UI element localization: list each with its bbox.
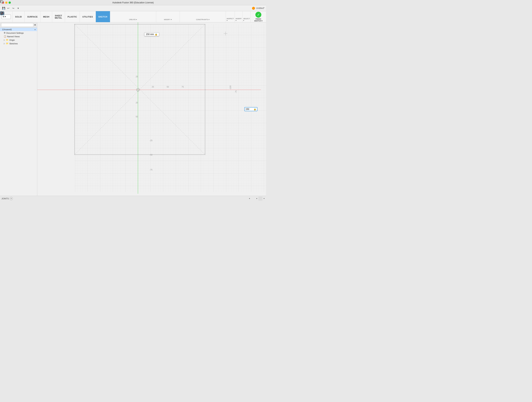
redo-button[interactable]: ↪	[11, 6, 15, 10]
constraint-perpendicular[interactable]	[181, 13, 186, 18]
save-icon: 💾	[2, 7, 5, 10]
sidebar-search-input[interactable]	[1, 23, 33, 27]
project-tool[interactable]	[150, 13, 155, 18]
add-joint-button[interactable]: +	[10, 197, 13, 200]
title-bar: Autodesk Fusion 360 (Education License)	[0, 0, 266, 5]
modify-section: MODIFY ▾	[156, 11, 180, 22]
select-label: SELECT ▾	[243, 18, 250, 21]
svg-text:75: 75	[182, 86, 184, 88]
status-bar: JOINTS +	[0, 196, 266, 201]
visual-style-button[interactable]	[258, 197, 262, 201]
sidebar-search-close[interactable]: ✕	[34, 24, 36, 26]
constraint-equal[interactable]	[192, 13, 197, 18]
origin-toggle: ▷	[4, 39, 5, 41]
pan-button[interactable]	[233, 197, 237, 201]
status-right-icons: ▾ ▾ ▾	[228, 197, 265, 201]
spline-tool[interactable]	[128, 13, 133, 18]
canvas-area[interactable]: 150 mm 🔒	[37, 22, 266, 196]
dim-lock-icon: 🔒	[155, 33, 158, 36]
status-label: JOINTS	[1, 198, 9, 200]
display-mode-button[interactable]	[251, 197, 255, 201]
dimension-input-field[interactable]	[246, 108, 253, 111]
tab-sheet-metal[interactable]: SHEET METAL	[52, 11, 65, 22]
rectangle-tool[interactable]	[116, 13, 122, 18]
inspect-label: INSPECT ▾	[227, 18, 234, 21]
svg-point-48	[138, 89, 138, 90]
inspect-measure[interactable]	[228, 12, 233, 17]
polygon-tool[interactable]	[133, 13, 139, 18]
fillet-tool[interactable]	[168, 13, 173, 18]
dimension-input-box: 🔒	[244, 107, 257, 111]
extend-tool[interactable]	[163, 13, 168, 18]
toolbar-row2: SOLID SURFACE MESH SHEET METAL PLASTIC U…	[0, 11, 266, 22]
sidebar-item-origin[interactable]: ▷ 📁 Origin	[0, 38, 37, 42]
sketch-svg: 25 50 75 -100 -75 25 50 25 -25 -50 -75	[37, 22, 266, 196]
tab-surface[interactable]: SURFACE	[25, 11, 40, 22]
sidebar-item-unsaved[interactable]: (Unsaved) ●	[0, 28, 37, 31]
undo-button[interactable]: ↩	[6, 6, 10, 10]
tab-plastic[interactable]: PLASTIC	[65, 11, 80, 22]
scissors-tool[interactable]	[157, 13, 162, 18]
circle-tool[interactable]	[122, 13, 127, 18]
sketches-label: Sketches	[9, 43, 18, 45]
sidebar-search: ✕	[0, 22, 37, 28]
home-view-button[interactable]	[228, 197, 232, 201]
more-dropdown-button[interactable]: ▾	[16, 6, 20, 10]
create-label: CREATE ▾	[129, 19, 137, 20]
tab-sketch[interactable]: SKETCH	[96, 11, 110, 22]
display-dropdown-icon: ▾	[256, 198, 257, 199]
finish-sketch-label: FINISH SKETCH ▾	[253, 18, 264, 22]
dim-input-lock-icon: 🔒	[253, 108, 256, 111]
named-views-label: Named Views	[7, 35, 20, 38]
insert-label: INSERT ▾	[236, 18, 242, 21]
svg-text:-75: -75	[235, 90, 237, 93]
constraint-rect-array[interactable]	[214, 13, 219, 18]
insert-section: INSERT ▾	[235, 11, 243, 22]
constraints-label: CONSTRAINTS ▾	[196, 19, 209, 20]
tab-utilities[interactable]: UTILITIES	[80, 11, 96, 22]
tab-solid[interactable]: SOLID	[13, 11, 25, 22]
constraint-lock[interactable]	[197, 13, 203, 18]
sidebar-item-named-views[interactable]: 📋 Named Views	[0, 35, 37, 38]
unsaved-dot: ●	[34, 29, 36, 31]
insert-image[interactable]	[236, 12, 241, 17]
chevron-down-icon: ▾	[18, 7, 19, 10]
svg-text:-75: -75	[150, 169, 152, 171]
finish-sketch-button[interactable]: ✓ FINISH SKETCH ▾	[251, 11, 266, 23]
modify-label: MODIFY ▾	[164, 19, 172, 20]
zoom-button[interactable]	[244, 197, 248, 201]
dim-value: 150 mm	[146, 33, 154, 36]
minimize-button[interactable]	[5, 1, 7, 4]
document-title: Untitled*	[256, 7, 265, 10]
doc-settings-icon: ⚙	[4, 32, 6, 34]
doc-settings-label: Document Settings	[6, 32, 24, 34]
svg-rect-41	[75, 24, 266, 192]
constraint-colinear[interactable]	[186, 13, 191, 18]
constraint-tangent[interactable]	[203, 13, 208, 18]
create-section: CREATE ▾	[110, 11, 156, 22]
tab-mesh[interactable]: MESH	[40, 11, 52, 22]
named-views-icon: 📋	[4, 35, 6, 38]
mirror-tool[interactable]	[139, 13, 144, 18]
svg-text:50: 50	[136, 116, 138, 118]
constraint-cut[interactable]	[209, 13, 214, 18]
constraint-trim2[interactable]	[220, 13, 225, 18]
sidebar-item-document-settings[interactable]: ⚙ Document Settings	[0, 31, 37, 35]
tab-group: SOLID SURFACE MESH SHEET METAL PLASTIC U…	[13, 11, 110, 22]
zoom-fit-button[interactable]	[239, 197, 243, 201]
sidebar-item-sketches[interactable]: ▷ 📁 Sketches	[0, 42, 37, 45]
zoom-dropdown-icon: ▾	[249, 198, 250, 199]
offset-tool[interactable]	[145, 13, 150, 18]
finish-check-icon: ✓	[255, 12, 261, 18]
svg-text:25: 25	[152, 86, 154, 88]
dimension-tooltip: 150 mm 🔒	[144, 32, 159, 36]
maximize-button[interactable]	[9, 1, 11, 4]
save-button[interactable]: 💾	[1, 6, 6, 10]
sketches-folder-icon: 📁	[6, 42, 9, 45]
svg-text:25: 25	[136, 75, 138, 78]
chamfer-tool[interactable]	[174, 13, 179, 18]
select-tool[interactable]	[244, 12, 249, 17]
arc-tool[interactable]	[111, 13, 116, 18]
select-section: SELECT ▾	[242, 11, 251, 22]
visual-dropdown-icon: ▾	[264, 198, 265, 199]
